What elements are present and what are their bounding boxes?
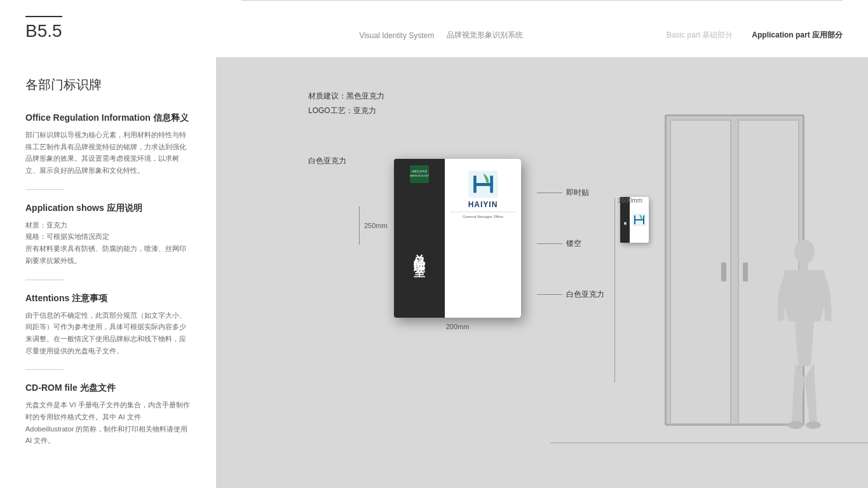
sidebar: 各部门标识牌 Office Regulation Information 信息释…	[0, 57, 216, 488]
sign-board: 海茵生态环境 HAIYIN ECOLOGY 总经理室	[394, 159, 521, 318]
sign-right-section: HAIYIN General Manager Office	[445, 159, 521, 318]
svg-text:HAIYIN ECOLOGY: HAIYIN ECOLOGY	[410, 175, 429, 177]
white-acrylic-top-label: 白色亚克力	[308, 156, 346, 166]
door-handle-left	[721, 262, 726, 281]
section3-body: 由于信息的不确定性，此页部分规范（如文字大小、间距等）可作为参考使用，具体可根据…	[25, 309, 191, 357]
material-label1: 材质建议：黑色亚克力	[308, 89, 384, 104]
section1-body: 部门标识牌以导视为核心元素，利用材料的特性与特殊工艺制作具有品牌视觉特征的铭牌，…	[25, 129, 191, 177]
svg-text:海茵生态环境: 海茵生态环境	[412, 170, 427, 173]
divider3	[25, 369, 64, 370]
nav-vis-identity: Visual Identity System	[359, 31, 434, 40]
page-number: B5.5	[25, 16, 62, 41]
sign-logo-icon: 海茵生态环境 HAIYIN ECOLOGY	[410, 165, 429, 183]
height-annotation-inner: 1600mm	[614, 197, 642, 383]
sign-section: 250mm 海茵生态环境 HAIYIN ECOLOGY	[394, 121, 521, 330]
section1-title: Office Regulation Information 信息释义	[25, 112, 191, 124]
person-svg	[773, 239, 836, 436]
main-content: 各部门标识牌 Office Regulation Information 信息释…	[0, 57, 868, 488]
nav-application-part: Application part 应用部分	[752, 30, 843, 41]
section3-title: Attentions 注意事项	[25, 293, 191, 304]
divider1	[25, 189, 64, 190]
content-area: 材质建议：黑色亚克力 LOGO工艺：亚克力 白色亚克力 250mm	[216, 57, 868, 488]
header-left: B5.5	[25, 16, 241, 41]
height-annotation-label: 1600mm	[614, 197, 642, 383]
material-labels: 材质建议：黑色亚克力 LOGO工艺：亚克力	[308, 89, 384, 118]
divider2	[25, 280, 64, 280]
header-right: Basic part 基础部分 Application part 应用部分	[641, 0, 843, 57]
section2-body: 材质：亚克力 规格：可根据实地情况而定 所有材料要求具有防锈、防腐的能力，喷漆、…	[25, 219, 191, 267]
door-panel-left	[670, 119, 731, 424]
height-line	[614, 198, 615, 383]
nav-basic-part: Basic part 基础部分	[667, 30, 733, 41]
svg-point-14	[806, 421, 821, 429]
header-nav: Visual Identity System 品牌视觉形象识别系统	[359, 30, 523, 41]
door-handle-right	[743, 262, 748, 281]
section2-title: Application shows 应用说明	[25, 203, 191, 214]
sign-brand-name: HAIYIN	[468, 200, 498, 209]
svg-rect-0	[410, 165, 429, 183]
section4-body: 光盘文件是本 VI 手册电子文件的集合，内含手册制作时的专用软件格式文件。其中 …	[25, 399, 191, 447]
nav-brand-cn: 品牌视觉形象识别系统	[447, 30, 523, 41]
header: B5.5 Visual Identity System 品牌视觉形象识别系统 B…	[0, 0, 868, 57]
dim-width-label: 200mm	[394, 323, 521, 330]
material-label2: LOGO工艺：亚克力	[308, 104, 384, 118]
sign-chinese-title: 总经理室	[412, 193, 427, 311]
sign-left-section: 海茵生态环境 HAIYIN ECOLOGY 总经理室	[394, 159, 445, 318]
scene-right: 总经理室	[550, 57, 868, 488]
sign-english-title: General Manager Office	[450, 212, 516, 219]
person-silhouette	[773, 239, 836, 438]
dim-height-label: 250mm	[359, 207, 388, 245]
svg-point-11	[794, 240, 815, 264]
svg-rect-12	[801, 262, 808, 270]
svg-point-13	[788, 421, 803, 429]
sidebar-title: 各部门标识牌	[25, 76, 191, 93]
sign-company-logo-area: 海茵生态环境 HAIYIN ECOLOGY	[410, 165, 429, 183]
dim-height-value: 250mm	[364, 222, 388, 229]
svg-rect-6	[473, 183, 493, 186]
height-value: 1600mm	[618, 197, 642, 204]
section4-title: CD-ROM file 光盘文件	[25, 383, 191, 394]
haiyin-logo-svg	[466, 168, 501, 200]
header-center: Visual Identity System 品牌视觉形象识别系统	[241, 0, 641, 57]
floor-line	[550, 442, 868, 444]
